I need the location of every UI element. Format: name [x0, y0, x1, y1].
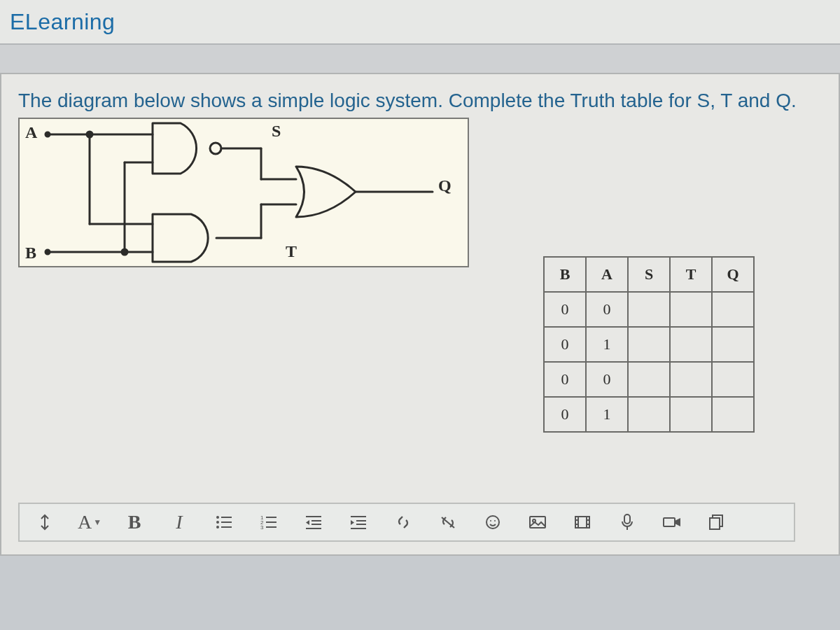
- decrease-indent-button[interactable]: [294, 507, 333, 538]
- truth-cell[interactable]: [628, 327, 670, 362]
- svg-rect-38: [356, 524, 366, 525]
- diagram-label-q: Q: [438, 176, 451, 195]
- truth-cell: 0: [586, 292, 628, 327]
- svg-rect-33: [312, 524, 321, 525]
- svg-point-42: [486, 516, 499, 528]
- smiley-icon: [484, 514, 501, 531]
- truth-cell: 0: [544, 397, 586, 432]
- truth-cell: 0: [544, 362, 586, 397]
- truth-cell[interactable]: [628, 397, 670, 432]
- truth-cell[interactable]: [670, 362, 712, 397]
- svg-point-43: [490, 520, 491, 522]
- page-header: ELearning: [0, 0, 840, 45]
- svg-rect-39: [351, 528, 366, 529]
- truth-cell: 1: [586, 397, 628, 432]
- truth-cell[interactable]: [712, 327, 754, 362]
- truth-cell: 0: [544, 327, 586, 362]
- insert-image-button[interactable]: [518, 507, 557, 538]
- svg-rect-30: [266, 526, 276, 528]
- mic-icon: [620, 513, 634, 531]
- svg-text:3: 3: [260, 524, 264, 530]
- svg-rect-37: [356, 520, 366, 522]
- truth-cell[interactable]: [670, 327, 712, 362]
- truth-cell[interactable]: [628, 362, 670, 397]
- truth-table-header: A: [586, 257, 628, 292]
- bold-button[interactable]: B: [115, 507, 154, 538]
- svg-point-19: [216, 516, 219, 519]
- circuit-svg: [20, 119, 468, 266]
- editor-toolbar: A▼ B I 123: [18, 503, 795, 542]
- insert-link-button[interactable]: [384, 507, 423, 538]
- text-direction-button[interactable]: [25, 507, 64, 538]
- app-title: ELearning: [10, 9, 115, 35]
- italic-button[interactable]: I: [160, 507, 199, 538]
- indent-icon: [349, 514, 368, 530]
- insert-media-button[interactable]: [563, 507, 602, 538]
- truth-cell[interactable]: [712, 292, 754, 327]
- svg-marker-57: [675, 518, 680, 526]
- truth-cell[interactable]: [670, 292, 712, 327]
- truth-table-header: Q: [712, 257, 754, 292]
- svg-rect-31: [306, 516, 321, 517]
- svg-rect-54: [624, 514, 630, 524]
- table-row: 0 1: [544, 327, 754, 362]
- truth-table-header: T: [670, 257, 712, 292]
- svg-rect-29: [266, 522, 276, 523]
- numbered-list-button[interactable]: 123: [249, 507, 288, 538]
- svg-point-20: [216, 521, 219, 524]
- film-icon: [573, 514, 592, 530]
- image-icon: [528, 514, 547, 530]
- increase-indent-button[interactable]: [339, 507, 378, 538]
- link-icon: [394, 514, 412, 530]
- numbered-list-icon: 123: [260, 514, 278, 530]
- truth-cell[interactable]: [670, 397, 712, 432]
- font-color-button[interactable]: A▼: [70, 507, 109, 538]
- unlink-button[interactable]: [428, 507, 468, 538]
- italic-label: I: [176, 511, 182, 533]
- files-icon: [708, 514, 726, 531]
- svg-rect-28: [266, 517, 276, 518]
- table-row: 0 0: [544, 362, 754, 397]
- truth-table: B A S T Q 0 0 0 1 0: [543, 256, 755, 433]
- truth-cell[interactable]: [628, 292, 670, 327]
- svg-rect-22: [221, 517, 232, 518]
- table-row: 0 0: [544, 292, 754, 327]
- unlink-icon: [439, 514, 457, 530]
- manage-files-button[interactable]: [697, 507, 736, 538]
- truth-cell[interactable]: [712, 397, 754, 432]
- svg-rect-36: [351, 516, 366, 517]
- logic-circuit-diagram: A B S T Q: [18, 118, 469, 267]
- bulleted-list-button[interactable]: [204, 507, 244, 538]
- bullet-list-icon: [215, 514, 233, 530]
- camera-icon: [662, 515, 682, 529]
- diagram-label-s: S: [272, 122, 281, 141]
- svg-marker-35: [306, 520, 309, 525]
- truth-cell: 0: [586, 362, 628, 397]
- header-spacer: [0, 45, 840, 73]
- svg-point-10: [210, 143, 221, 154]
- table-row: 0 1: [544, 397, 754, 432]
- truth-cell: 0: [544, 292, 586, 327]
- truth-table-header-row: B A S T Q: [544, 257, 754, 292]
- svg-rect-23: [221, 522, 232, 523]
- diagram-label-t: T: [286, 242, 297, 261]
- diagram-label-b: B: [25, 244, 36, 262]
- svg-point-44: [494, 520, 496, 522]
- record-video-button[interactable]: [652, 507, 692, 538]
- truth-cell[interactable]: [712, 362, 754, 397]
- diagram-label-a: A: [25, 123, 37, 142]
- svg-point-21: [216, 526, 219, 528]
- truth-table-header: B: [544, 257, 586, 292]
- svg-rect-59: [710, 518, 720, 529]
- record-audio-button[interactable]: [608, 507, 647, 538]
- truth-cell: 1: [586, 327, 628, 362]
- svg-point-3: [87, 132, 92, 137]
- truth-table-header: S: [628, 257, 670, 292]
- svg-marker-40: [351, 520, 354, 525]
- svg-rect-32: [312, 520, 321, 522]
- outdent-icon: [304, 514, 323, 530]
- svg-rect-56: [664, 518, 675, 526]
- svg-point-8: [122, 249, 127, 255]
- text-direction-icon: [37, 513, 52, 531]
- insert-emoji-button[interactable]: [473, 507, 512, 538]
